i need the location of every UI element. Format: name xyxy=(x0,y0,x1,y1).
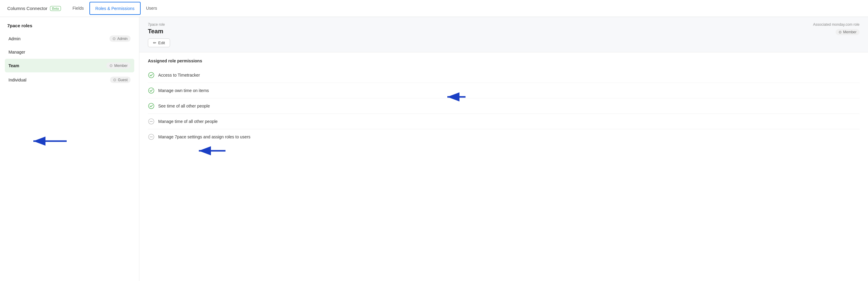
app-title: Columns Connector xyxy=(7,6,48,11)
permission-manage-own-time: Manage own time on items xyxy=(148,83,860,98)
svg-point-1 xyxy=(149,88,154,93)
sidebar-title: 7pace roles xyxy=(5,23,134,28)
permission-see-all-time: See time of all other people xyxy=(148,98,860,114)
role-name-team: Team xyxy=(8,63,20,68)
tab-fields[interactable]: Fields xyxy=(67,0,89,16)
role-badge-team: ⊙ Member xyxy=(106,62,131,69)
nav-tabs: Fields Roles & Permissions Users xyxy=(67,0,162,16)
panel-role-info: 7pace role Team ✏ Edit xyxy=(148,23,170,47)
permissions-title: Assigned role permissions xyxy=(148,59,860,63)
panel-role-label: 7pace role xyxy=(148,23,170,27)
assoc-role-section: Associated monday.com role ⊙ Member xyxy=(813,23,860,35)
minus-icon-manage-settings xyxy=(148,134,155,140)
svg-point-2 xyxy=(149,103,154,109)
header: Columns Connector Beta Fields Roles & Pe… xyxy=(0,0,868,17)
user-icon-admin: ⊙ xyxy=(113,36,116,41)
svg-point-0 xyxy=(149,72,154,78)
main-layout: 7pace roles Admin ⊙ Admin Manager Team ⊙… xyxy=(0,17,868,281)
perm-label-manage-own-time: Manage own time on items xyxy=(158,88,209,93)
check-icon-access-timetracker xyxy=(148,72,155,78)
assoc-role-label: Associated monday.com role xyxy=(813,23,860,27)
panel-header: 7pace role Team ✏ Edit Associated monday… xyxy=(140,17,868,52)
role-item-admin[interactable]: Admin ⊙ Admin xyxy=(5,32,134,45)
tab-users[interactable]: Users xyxy=(141,0,163,16)
panel-role-name: Team xyxy=(148,28,170,35)
role-name-manager: Manager xyxy=(8,50,25,55)
permission-manage-all-time: Manage time of all other people xyxy=(148,114,860,129)
minus-icon-manage-all-time xyxy=(148,118,155,125)
user-icon-assoc: ⊙ xyxy=(839,30,842,34)
role-badge-admin: ⊙ Admin xyxy=(110,35,131,42)
role-item-manager[interactable]: Manager xyxy=(5,46,134,58)
perm-label-see-all-time: See time of all other people xyxy=(158,104,210,108)
beta-badge: Beta xyxy=(50,6,61,11)
check-icon-see-all-time xyxy=(148,103,155,109)
tab-roles-permissions[interactable]: Roles & Permissions xyxy=(89,2,141,15)
role-badge-individual: ⊙ Guest xyxy=(110,77,131,83)
user-icon-team: ⊙ xyxy=(110,63,113,68)
perm-label-manage-settings: Manage 7pace settings and assign roles t… xyxy=(158,135,250,139)
role-item-team[interactable]: Team ⊙ Member xyxy=(5,59,134,72)
role-item-individual[interactable]: Individual ⊙ Guest xyxy=(5,73,134,86)
check-icon-manage-own-time xyxy=(148,87,155,94)
role-name-admin: Admin xyxy=(8,36,21,41)
sidebar: 7pace roles Admin ⊙ Admin Manager Team ⊙… xyxy=(0,17,140,281)
permission-access-timetracker: Access to Timetracker xyxy=(148,68,860,83)
perm-label-access-timetracker: Access to Timetracker xyxy=(158,73,200,77)
edit-button[interactable]: ✏ Edit xyxy=(148,38,170,47)
perm-label-manage-all-time: Manage time of all other people xyxy=(158,119,218,124)
permissions-section: Assigned role permissions Access to Time… xyxy=(140,52,868,150)
panel: 7pace role Team ✏ Edit Associated monday… xyxy=(140,17,868,281)
assoc-role-badge: ⊙ Member xyxy=(836,29,860,35)
role-name-individual: Individual xyxy=(8,77,26,82)
edit-icon: ✏ xyxy=(153,41,156,45)
permission-manage-settings: Manage 7pace settings and assign roles t… xyxy=(148,129,860,144)
user-icon-individual: ⊙ xyxy=(113,77,116,82)
